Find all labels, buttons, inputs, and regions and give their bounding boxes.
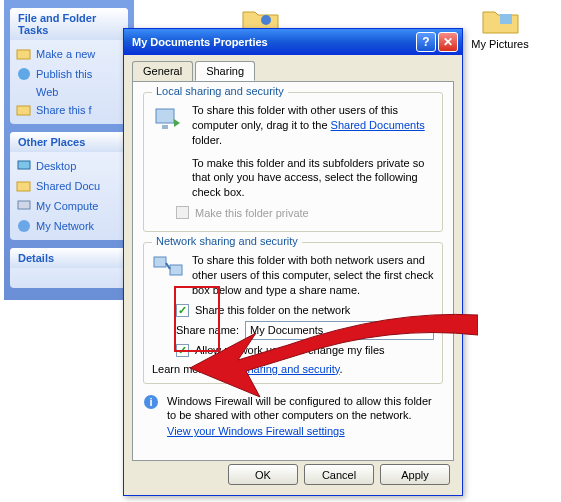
sidebar-panel-tasks: File and Folder Tasks Make a new Publish… <box>10 8 128 124</box>
sidebar-panel-places: Other Places Desktop Shared Docu My Comp… <box>10 132 128 240</box>
panel-header: Details <box>10 248 128 268</box>
folder-icon <box>16 178 32 194</box>
help-button[interactable]: ? <box>416 32 436 52</box>
desktop-folder-my-pictures[interactable]: My Pictures <box>470 0 530 50</box>
svg-rect-11 <box>154 257 166 267</box>
tab-sharing[interactable]: Sharing <box>195 61 255 81</box>
shared-documents-link[interactable]: Shared Documents <box>331 119 425 131</box>
svg-point-3 <box>18 68 30 80</box>
desktop-icon <box>16 158 32 174</box>
group-title: Local sharing and security <box>152 85 288 97</box>
sidebar-item-my-network[interactable]: My Network <box>16 216 122 236</box>
close-button[interactable]: ✕ <box>438 32 458 52</box>
properties-dialog: My Documents Properties ? ✕ General Shar… <box>123 28 463 496</box>
sidebar-item-make-new[interactable]: Make a new <box>16 44 122 64</box>
svg-rect-12 <box>170 265 182 275</box>
group-local-sharing: Local sharing and security To share this… <box>143 92 443 232</box>
desktop-folder-label: My Pictures <box>471 38 528 50</box>
svg-rect-2 <box>17 50 30 59</box>
folder-pictures-icon <box>480 0 520 36</box>
sidebar-item-desktop[interactable]: Desktop <box>16 156 122 176</box>
panel-header: File and Folder Tasks <box>10 8 128 40</box>
folder-new-icon <box>16 46 32 62</box>
annotation-arrow-icon <box>188 305 478 405</box>
sidebar-item-shared-docs[interactable]: Shared Docu <box>16 176 122 196</box>
network-share-text: To share this folder with both network u… <box>192 253 434 298</box>
local-share-text-1: To share this folder with other users of… <box>192 103 434 200</box>
globe-icon <box>16 66 32 82</box>
apply-button[interactable]: Apply <box>380 464 450 485</box>
network-icon <box>16 218 32 234</box>
checkbox-make-private <box>176 206 189 219</box>
svg-rect-4 <box>17 106 30 115</box>
sidebar-item-label: Desktop <box>36 160 76 172</box>
tab-general[interactable]: General <box>132 61 193 81</box>
sidebar-item-label: My Network <box>36 220 94 232</box>
svg-text:i: i <box>149 396 152 408</box>
sidebar-item-label: Share this f <box>36 104 92 116</box>
sidebar-item-share[interactable]: Share this f <box>16 100 122 120</box>
sidebar-item-my-computer[interactable]: My Compute <box>16 196 122 216</box>
svg-rect-7 <box>18 201 30 209</box>
svg-rect-5 <box>18 161 30 169</box>
sidebar-item-publish[interactable]: Publish this <box>16 64 122 84</box>
svg-rect-6 <box>17 182 30 191</box>
sidebar-panel-details: Details <box>10 248 128 288</box>
svg-rect-1 <box>500 14 512 24</box>
firewall-settings-link[interactable]: View your Windows Firewall settings <box>167 425 345 437</box>
dialog-title: My Documents Properties <box>128 36 414 48</box>
group-title: Network sharing and security <box>152 235 302 247</box>
info-icon: i <box>143 394 159 410</box>
tab-label: General <box>143 65 182 77</box>
tab-label: Sharing <box>206 65 244 77</box>
svg-rect-9 <box>156 109 174 123</box>
checkbox-label: Make this folder private <box>195 207 309 219</box>
sidebar-item-label: Shared Docu <box>36 180 100 192</box>
local-share-text-2: To make this folder and its subfolders p… <box>192 157 424 199</box>
ok-button[interactable]: OK <box>228 464 298 485</box>
share-folder-icon <box>16 102 32 118</box>
sidebar-item-label: Make a new <box>36 48 95 60</box>
sidebar-item-label: Web <box>36 86 58 98</box>
dialog-button-row: OK Cancel Apply <box>228 464 450 485</box>
titlebar[interactable]: My Documents Properties ? ✕ <box>124 29 462 55</box>
panel-header: Other Places <box>10 132 128 152</box>
tab-bar: General Sharing <box>124 55 462 81</box>
sidebar-item-web: Web <box>36 84 122 100</box>
computer-icon <box>16 198 32 214</box>
cancel-button[interactable]: Cancel <box>304 464 374 485</box>
local-share-icon <box>152 103 184 200</box>
svg-point-0 <box>261 15 271 25</box>
checkbox-make-private-row: Make this folder private <box>176 206 434 219</box>
sidebar-item-label: My Compute <box>36 200 98 212</box>
explorer-sidebar: File and Folder Tasks Make a new Publish… <box>4 0 134 300</box>
sidebar-item-label: Publish this <box>36 68 92 80</box>
svg-rect-10 <box>162 125 168 129</box>
svg-point-8 <box>18 220 30 232</box>
